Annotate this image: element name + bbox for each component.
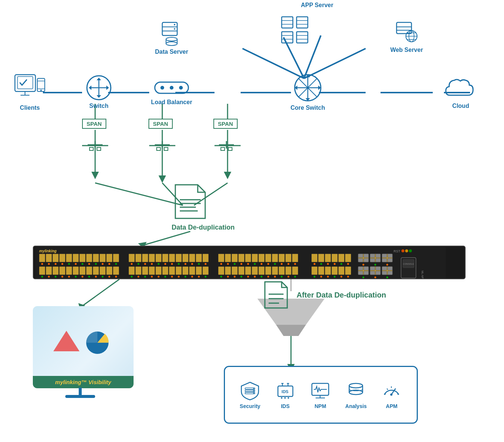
switch-icon bbox=[86, 75, 112, 101]
svg-point-184 bbox=[178, 263, 180, 265]
svg-rect-273 bbox=[312, 267, 317, 275]
svg-point-180 bbox=[151, 263, 153, 265]
svg-rect-128 bbox=[113, 254, 119, 262]
svg-rect-168 bbox=[149, 254, 155, 262]
core-switch-label: Core Switch bbox=[291, 105, 325, 111]
svg-point-133 bbox=[68, 263, 70, 265]
tools-panel: Security IDS IDS bbox=[224, 366, 418, 424]
svg-rect-246 bbox=[279, 267, 285, 275]
clients-node: Clients bbox=[7, 73, 52, 111]
svg-rect-316 bbox=[382, 271, 387, 275]
svg-point-203 bbox=[144, 276, 146, 278]
svg-point-129 bbox=[41, 263, 43, 265]
switch-span-badge: SPAN bbox=[82, 119, 106, 129]
svg-rect-298 bbox=[382, 258, 387, 262]
svg-rect-124 bbox=[86, 254, 92, 262]
svg-point-280 bbox=[320, 276, 322, 278]
svg-point-201 bbox=[131, 276, 133, 278]
svg-marker-35 bbox=[276, 325, 306, 336]
svg-point-251 bbox=[234, 276, 236, 278]
svg-rect-120 bbox=[59, 254, 65, 262]
svg-point-179 bbox=[144, 263, 146, 265]
svg-rect-264 bbox=[332, 254, 338, 262]
svg-point-181 bbox=[158, 263, 160, 265]
svg-rect-175 bbox=[196, 254, 202, 262]
svg-rect-314 bbox=[382, 267, 387, 270]
svg-point-207 bbox=[171, 276, 173, 278]
svg-rect-277 bbox=[338, 267, 344, 275]
svg-rect-266 bbox=[345, 254, 351, 262]
svg-rect-297 bbox=[388, 254, 392, 258]
svg-point-208 bbox=[178, 276, 180, 278]
tap-icon-1 bbox=[86, 141, 104, 152]
svg-point-178 bbox=[138, 263, 140, 265]
svg-rect-147 bbox=[79, 267, 85, 275]
svg-point-268 bbox=[320, 263, 322, 265]
visibility-label: mylinking™ Visibility bbox=[33, 376, 134, 388]
svg-rect-56 bbox=[297, 32, 308, 43]
svg-point-235 bbox=[288, 263, 289, 265]
svg-text:mylinking: mylinking bbox=[39, 249, 57, 253]
svg-rect-311 bbox=[370, 271, 375, 275]
cloud-icon bbox=[444, 75, 478, 101]
svg-marker-15 bbox=[91, 172, 99, 179]
svg-rect-237 bbox=[218, 267, 224, 275]
svg-rect-195 bbox=[169, 267, 175, 275]
svg-point-260 bbox=[294, 276, 296, 278]
svg-point-85 bbox=[179, 86, 183, 90]
svg-rect-143 bbox=[53, 267, 59, 275]
svg-rect-119 bbox=[53, 254, 59, 262]
svg-line-29 bbox=[142, 231, 190, 246]
svg-rect-242 bbox=[252, 267, 258, 275]
svg-point-300 bbox=[363, 264, 364, 266]
svg-rect-213 bbox=[218, 254, 224, 262]
svg-rect-239 bbox=[232, 267, 238, 275]
svg-rect-261 bbox=[312, 254, 317, 262]
svg-line-31 bbox=[82, 279, 119, 306]
svg-text:CONSOLE: CONSOLE bbox=[403, 263, 414, 265]
svg-point-130 bbox=[48, 263, 50, 265]
svg-rect-245 bbox=[272, 267, 278, 275]
svg-point-283 bbox=[341, 276, 342, 278]
svg-rect-309 bbox=[370, 267, 375, 270]
web-server-icon bbox=[395, 21, 419, 45]
svg-rect-247 bbox=[285, 267, 291, 275]
svg-point-138 bbox=[102, 263, 104, 265]
svg-rect-117 bbox=[39, 254, 45, 262]
svg-rect-217 bbox=[245, 254, 251, 262]
svg-rect-50 bbox=[297, 17, 308, 28]
svg-rect-169 bbox=[156, 254, 162, 262]
svg-point-343 bbox=[284, 397, 286, 399]
app-server-icon bbox=[280, 15, 310, 45]
svg-rect-197 bbox=[182, 267, 188, 275]
span-label-1: SPAN bbox=[82, 119, 106, 129]
svg-point-233 bbox=[274, 263, 276, 265]
svg-rect-292 bbox=[376, 254, 381, 258]
svg-rect-243 bbox=[259, 267, 264, 275]
svg-rect-222 bbox=[279, 254, 285, 262]
svg-point-225 bbox=[220, 263, 222, 265]
svg-point-186 bbox=[191, 263, 193, 265]
svg-rect-125 bbox=[93, 254, 99, 262]
svg-point-349 bbox=[349, 383, 363, 388]
analysis-icon bbox=[346, 380, 366, 401]
svg-point-139 bbox=[109, 263, 110, 265]
svg-point-318 bbox=[363, 277, 364, 278]
svg-point-252 bbox=[241, 276, 242, 278]
svg-marker-20 bbox=[159, 175, 166, 183]
svg-rect-216 bbox=[238, 254, 244, 262]
svg-point-282 bbox=[334, 276, 336, 278]
svg-point-257 bbox=[274, 276, 276, 278]
data-server-icon bbox=[160, 21, 183, 47]
svg-point-41 bbox=[174, 24, 175, 25]
svg-point-267 bbox=[314, 263, 316, 265]
svg-rect-296 bbox=[382, 254, 387, 258]
svg-rect-193 bbox=[156, 267, 162, 275]
svg-point-259 bbox=[288, 276, 289, 278]
data-server-label: Data Server bbox=[155, 49, 188, 55]
svg-rect-189 bbox=[129, 267, 135, 275]
svg-rect-142 bbox=[46, 267, 52, 275]
svg-point-226 bbox=[227, 263, 229, 265]
svg-rect-304 bbox=[358, 267, 363, 270]
svg-point-140 bbox=[115, 263, 117, 265]
